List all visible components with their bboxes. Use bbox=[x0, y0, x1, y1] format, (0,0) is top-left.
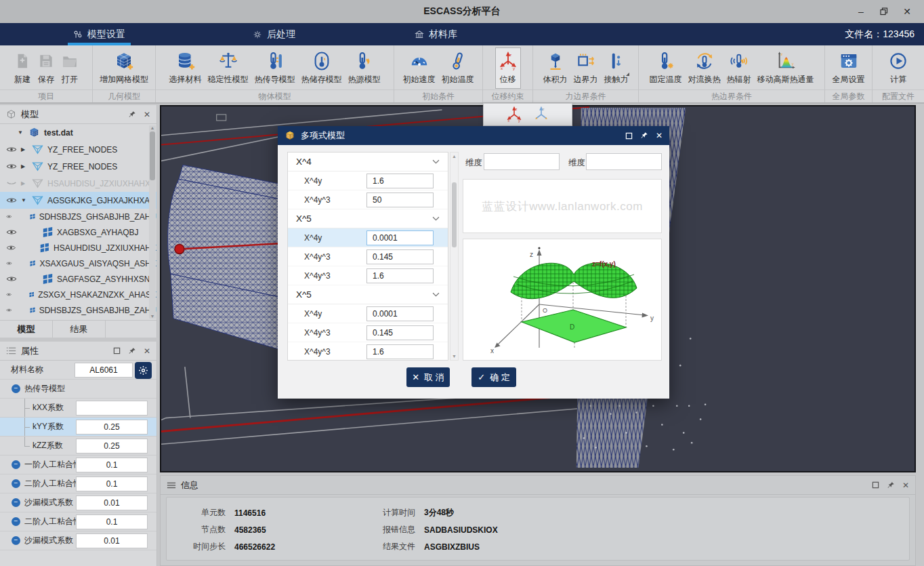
ribbon-add-mesh-button[interactable]: 增加网格模型 bbox=[97, 47, 151, 89]
eye-visible-icon[interactable] bbox=[6, 163, 17, 170]
maximize-icon[interactable] bbox=[113, 347, 121, 355]
ribbon-radiation-button[interactable]: 热辐射 bbox=[724, 47, 754, 89]
eye-visible-icon[interactable] bbox=[6, 260, 12, 267]
term-section-header[interactable]: X^5 bbox=[288, 285, 448, 304]
caret-right-icon[interactable]: ▶ bbox=[21, 163, 28, 169]
ribbon-stability-model-button[interactable]: 稳定性模型 bbox=[205, 47, 251, 89]
property-input[interactable] bbox=[76, 514, 148, 529]
restore-button[interactable] bbox=[873, 0, 896, 23]
term-value-input[interactable] bbox=[366, 193, 434, 207]
kxx-input[interactable] bbox=[76, 401, 148, 416]
caret-down-icon[interactable]: ▼ bbox=[18, 129, 24, 136]
term-section-header[interactable]: X^4 bbox=[288, 153, 448, 171]
ribbon-initial-temperature-button[interactable]: 初始温度 bbox=[439, 47, 477, 89]
eye-visible-icon[interactable] bbox=[6, 291, 12, 298]
tree-item[interactable]: SDHSBJZS_GHSABJHB_ZAHU bbox=[0, 209, 156, 224]
tree-item-root[interactable]: ▼ test.dat bbox=[0, 124, 156, 141]
term-value-input[interactable] bbox=[366, 174, 434, 188]
ribbon-body-force-button[interactable]: 体积力 bbox=[541, 47, 570, 89]
material-name-input[interactable] bbox=[75, 363, 133, 378]
scroll-down-icon[interactable]: ▼ bbox=[150, 314, 155, 319]
ribbon-contact-force-button[interactable]: 接触力 bbox=[602, 47, 631, 89]
heat-conduction-section-row[interactable]: − 热传导模型 bbox=[0, 380, 156, 399]
kzz-input[interactable] bbox=[76, 439, 148, 453]
pin-icon[interactable] bbox=[128, 347, 136, 355]
caret-down-icon[interactable]: ▼ bbox=[21, 197, 28, 203]
eye-visible-icon[interactable] bbox=[6, 244, 16, 251]
eye-visible-icon[interactable] bbox=[6, 146, 17, 153]
collapse-icon[interactable]: − bbox=[12, 498, 20, 507]
ribbon-initial-velocity-button[interactable]: 初始速度 bbox=[400, 47, 438, 89]
eye-visible-icon[interactable] bbox=[6, 275, 17, 283]
eye-visible-icon[interactable] bbox=[6, 197, 17, 204]
dimension-input-1[interactable] bbox=[484, 153, 560, 170]
close-icon[interactable]: ✕ bbox=[902, 481, 909, 490]
caret-right-icon[interactable]: ▶ bbox=[21, 146, 28, 153]
tab-material-library[interactable]: 材料库 bbox=[409, 23, 463, 45]
pin-icon[interactable] bbox=[887, 481, 895, 489]
caret-right-icon[interactable]: ▶ bbox=[21, 180, 28, 186]
dialog-scrollbar[interactable]: ▲ ▼ bbox=[450, 152, 459, 361]
tree-item[interactable]: SAGFASGZ_ASYHHXSN bbox=[0, 271, 156, 287]
term-value-input[interactable] bbox=[366, 268, 434, 283]
dimension-input-2[interactable] bbox=[586, 153, 662, 170]
tab-model-setup[interactable]: 模型设置 bbox=[68, 23, 131, 45]
tree-item-selected[interactable]: ▼ AGSGKJKG_GJHXAJKHXA bbox=[0, 192, 156, 209]
tree-item[interactable]: HSAUHDISU_JZXIUXHAHX bbox=[0, 240, 156, 256]
scroll-down-icon[interactable]: ▼ bbox=[452, 354, 457, 359]
ribbon-select-material-button[interactable]: 选择材料 bbox=[167, 47, 205, 89]
ribbon-displacement-button[interactable]: zxy 位移 bbox=[495, 47, 521, 89]
red-axes-option-icon[interactable]: zxy bbox=[505, 106, 523, 123]
term-section-header[interactable]: X^5 bbox=[288, 209, 448, 228]
tree-item[interactable]: XSAXGAUS_AISYAQSH_ASHX bbox=[0, 256, 156, 271]
close-icon[interactable]: ✕ bbox=[656, 131, 663, 140]
collapse-icon[interactable]: − bbox=[12, 479, 20, 488]
tree-item[interactable]: ▶ YZ_FREE_NODES bbox=[0, 158, 156, 175]
maximize-icon[interactable] bbox=[625, 132, 633, 140]
tree-item[interactable]: ZSXGX_HSAKAZNZXK_AHASX bbox=[0, 287, 156, 302]
maximize-icon[interactable] bbox=[872, 481, 879, 489]
tree-item[interactable]: ▶ YZ_FREE_NODES bbox=[0, 141, 156, 158]
tree-scrollbar[interactable]: ▲ ▼ bbox=[149, 125, 156, 319]
ribbon-global-settings-button[interactable]: 全局设置 bbox=[830, 47, 868, 89]
ribbon-boundary-force-button[interactable]: 边界力 bbox=[571, 47, 601, 89]
close-icon[interactable]: ✕ bbox=[144, 346, 150, 356]
scroll-thumb[interactable] bbox=[452, 182, 457, 247]
tab-results[interactable]: 结果 bbox=[53, 321, 106, 338]
scroll-up-icon[interactable]: ▲ bbox=[452, 154, 457, 159]
eye-hidden-icon[interactable] bbox=[6, 180, 17, 187]
scroll-thumb[interactable] bbox=[150, 132, 155, 180]
pin-icon[interactable] bbox=[128, 110, 136, 119]
cancel-button[interactable]: ✕ 取 消 bbox=[406, 367, 450, 387]
ribbon-new-button[interactable]: 新建 bbox=[11, 47, 34, 89]
ribbon-compute-button[interactable]: 计算 bbox=[885, 47, 911, 89]
blue-axes-option-icon[interactable]: z bbox=[532, 106, 550, 123]
red-probe-point[interactable] bbox=[175, 244, 184, 254]
term-value-input[interactable] bbox=[366, 306, 434, 321]
term-value-input[interactable] bbox=[366, 230, 434, 245]
ribbon-open-button[interactable]: 打开 bbox=[58, 47, 81, 89]
collapse-icon[interactable]: − bbox=[12, 384, 20, 393]
tree-item[interactable]: SDHSBJZS_GHSABJHB_ZAHU bbox=[0, 302, 156, 318]
ribbon-heat-source-button[interactable]: 热源模型 bbox=[345, 47, 383, 89]
material-settings-button[interactable] bbox=[135, 362, 152, 379]
collapse-icon[interactable]: − bbox=[12, 460, 20, 469]
term-value-input[interactable] bbox=[366, 325, 434, 340]
close-icon[interactable]: ✕ bbox=[144, 110, 150, 119]
ribbon-convection-button[interactable]: 对流换热 bbox=[686, 47, 723, 89]
term-value-input[interactable] bbox=[366, 249, 434, 264]
scroll-up-icon[interactable]: ▲ bbox=[150, 125, 155, 130]
close-button[interactable]: ✕ bbox=[896, 0, 919, 23]
pin-icon[interactable] bbox=[640, 132, 648, 140]
property-input[interactable] bbox=[76, 496, 148, 510]
collapse-icon[interactable]: − bbox=[12, 536, 20, 545]
ribbon-save-button[interactable]: 保存 bbox=[35, 47, 58, 89]
tab-post-process[interactable]: 后处理 bbox=[247, 23, 301, 45]
property-input[interactable] bbox=[76, 477, 148, 491]
dialog-title-bar[interactable]: 多项式模型 ✕ bbox=[278, 126, 669, 145]
ribbon-heat-storage-button[interactable]: 热储存模型 bbox=[299, 47, 345, 89]
ribbon-gauss-flux-button[interactable]: zy 移动高斯热通量 bbox=[755, 47, 817, 89]
ribbon-heat-conduction-button[interactable]: 热传导模型 bbox=[252, 47, 298, 89]
tree-item-hidden[interactable]: ▶ HSAUHDISU_JZXIUXHAHX bbox=[0, 175, 156, 192]
eye-visible-icon[interactable] bbox=[6, 306, 12, 314]
